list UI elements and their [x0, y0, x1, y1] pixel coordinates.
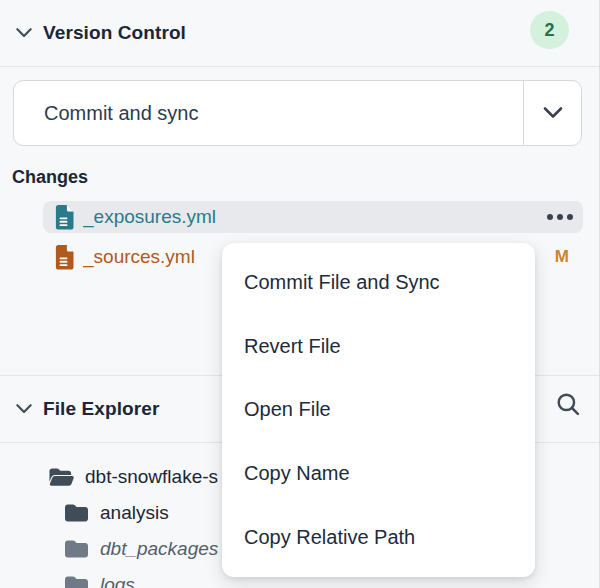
menu-item-open-file[interactable]: Open File	[222, 378, 535, 442]
folder-open-icon	[0, 466, 75, 488]
section-title-version-control: Version Control	[43, 22, 186, 44]
menu-item-copy-relative-path[interactable]: Copy Relative Path	[222, 505, 535, 569]
tree-item-label: dbt_packages	[100, 538, 218, 560]
yml-file-icon	[55, 245, 74, 270]
chevron-down-icon	[541, 101, 565, 125]
menu-item-copy-name[interactable]: Copy Name	[222, 442, 535, 506]
changes-count-badge: 2	[530, 11, 569, 49]
yml-file-icon	[55, 205, 74, 230]
modified-status-badge: M	[555, 247, 575, 267]
menu-item-revert-file[interactable]: Revert File	[222, 315, 535, 379]
changed-file-row-exposures[interactable]: _exposures.yml	[43, 201, 583, 233]
changed-file-name: _exposures.yml	[83, 206, 545, 228]
folder-icon	[0, 538, 90, 560]
tree-item-label: logs	[100, 574, 135, 588]
version-control-header[interactable]: Version Control 2	[0, 0, 599, 67]
tree-item-label: dbt-snowflake-s	[85, 466, 218, 488]
menu-item-commit-file-and-sync[interactable]: Commit File and Sync	[222, 251, 535, 315]
changes-section-label: Changes	[12, 167, 88, 188]
version-control-panel: Version Control 2 Commit and sync Change…	[0, 0, 600, 588]
section-title-file-explorer: File Explorer	[43, 398, 159, 420]
tree-item-label: analysis	[100, 502, 169, 524]
more-actions-icon[interactable]	[545, 208, 575, 226]
commit-dropdown-caret[interactable]	[523, 81, 581, 145]
folder-icon	[0, 502, 90, 524]
commit-and-sync-dropdown[interactable]: Commit and sync	[13, 80, 582, 146]
chevron-down-icon	[14, 23, 34, 43]
folder-icon	[0, 574, 90, 588]
file-context-menu: Commit File and Sync Revert File Open Fi…	[222, 243, 535, 577]
chevron-down-icon	[14, 399, 34, 419]
search-icon[interactable]	[554, 390, 581, 417]
commit-and-sync-label: Commit and sync	[14, 81, 523, 145]
